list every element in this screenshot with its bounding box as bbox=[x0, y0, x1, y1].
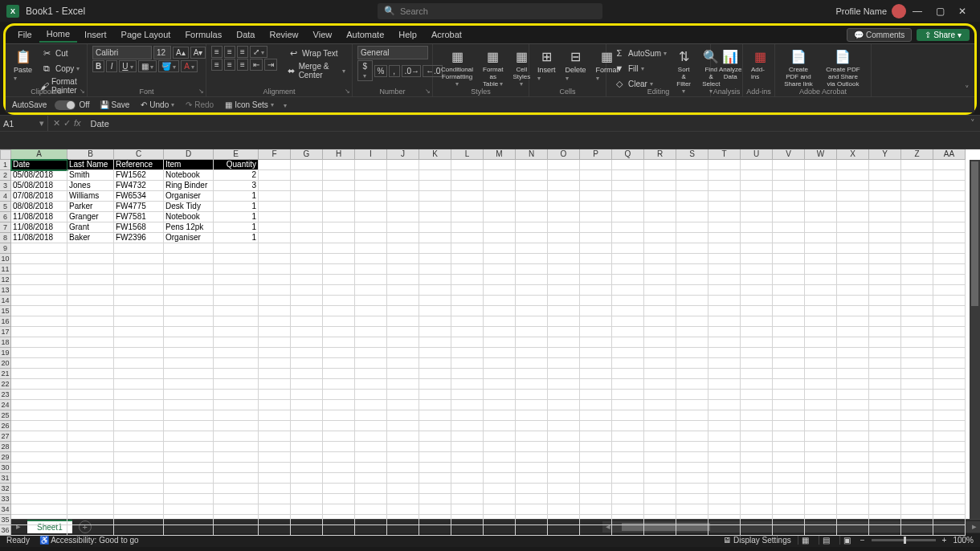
cell[interactable] bbox=[67, 275, 114, 285]
cell[interactable] bbox=[355, 431, 387, 442]
cell[interactable] bbox=[114, 525, 164, 536]
cell[interactable] bbox=[548, 243, 580, 254]
cell[interactable] bbox=[323, 442, 355, 452]
cell[interactable] bbox=[114, 327, 164, 337]
cell[interactable] bbox=[419, 316, 451, 327]
cell[interactable] bbox=[387, 494, 419, 504]
cell[interactable] bbox=[259, 191, 291, 202]
cell[interactable] bbox=[676, 421, 708, 431]
cell[interactable] bbox=[612, 275, 644, 285]
cell[interactable] bbox=[933, 191, 966, 202]
cell[interactable] bbox=[869, 390, 901, 400]
cell[interactable] bbox=[773, 254, 805, 264]
cell[interactable] bbox=[933, 275, 966, 285]
cell[interactable] bbox=[214, 494, 259, 504]
row-header[interactable]: 14 bbox=[0, 296, 11, 306]
cell[interactable] bbox=[451, 316, 484, 327]
row-header[interactable]: 28 bbox=[0, 442, 11, 452]
cell[interactable] bbox=[259, 515, 291, 525]
cell[interactable] bbox=[355, 379, 387, 390]
cell[interactable]: 05/08/2018 bbox=[11, 170, 67, 181]
cell[interactable] bbox=[612, 390, 644, 400]
cell[interactable] bbox=[355, 306, 387, 316]
cell[interactable] bbox=[164, 421, 214, 431]
cell[interactable] bbox=[676, 348, 708, 358]
cell[interactable] bbox=[580, 484, 612, 494]
cell[interactable] bbox=[323, 515, 355, 525]
cell[interactable] bbox=[708, 264, 741, 275]
menu-page-layout[interactable]: Page Layout bbox=[114, 27, 178, 42]
cell[interactable] bbox=[355, 473, 387, 484]
menu-review[interactable]: Review bbox=[262, 27, 305, 42]
row-header[interactable]: 10 bbox=[0, 254, 11, 264]
cell[interactable] bbox=[933, 421, 966, 431]
cell[interactable] bbox=[741, 358, 773, 369]
number-format-input[interactable] bbox=[357, 46, 428, 59]
cell[interactable] bbox=[214, 296, 259, 306]
cell[interactable] bbox=[741, 484, 773, 494]
cell[interactable] bbox=[164, 463, 214, 473]
cell[interactable] bbox=[612, 254, 644, 264]
border-button[interactable]: ▦ bbox=[138, 60, 157, 72]
cell[interactable] bbox=[484, 327, 516, 337]
cell[interactable] bbox=[837, 222, 869, 233]
cell[interactable] bbox=[805, 421, 837, 431]
cell[interactable] bbox=[164, 494, 214, 504]
cell[interactable] bbox=[114, 463, 164, 473]
cell[interactable] bbox=[323, 160, 355, 170]
cell[interactable] bbox=[291, 410, 323, 421]
cell[interactable] bbox=[323, 348, 355, 358]
cell[interactable] bbox=[516, 212, 548, 222]
cell[interactable] bbox=[291, 525, 323, 536]
cell[interactable] bbox=[580, 379, 612, 390]
cell[interactable] bbox=[451, 233, 484, 243]
cell[interactable] bbox=[805, 285, 837, 296]
cell[interactable] bbox=[291, 285, 323, 296]
column-header[interactable]: W bbox=[805, 149, 837, 160]
cell[interactable] bbox=[773, 222, 805, 233]
cell[interactable] bbox=[741, 222, 773, 233]
cell[interactable] bbox=[901, 285, 933, 296]
cell[interactable] bbox=[901, 504, 933, 515]
cell[interactable] bbox=[644, 181, 676, 191]
cell[interactable] bbox=[259, 306, 291, 316]
cell[interactable] bbox=[387, 233, 419, 243]
cell[interactable] bbox=[259, 243, 291, 254]
cell[interactable] bbox=[323, 233, 355, 243]
cell[interactable] bbox=[214, 337, 259, 348]
cell[interactable] bbox=[11, 390, 67, 400]
cell[interactable] bbox=[773, 296, 805, 306]
cell[interactable] bbox=[419, 369, 451, 379]
icon-sets-button[interactable]: ▦Icon Sets bbox=[223, 100, 276, 110]
cell[interactable] bbox=[837, 421, 869, 431]
cell[interactable] bbox=[869, 410, 901, 421]
cell[interactable] bbox=[355, 181, 387, 191]
cell[interactable] bbox=[933, 233, 966, 243]
percent-format-button[interactable]: % bbox=[374, 65, 387, 77]
cell[interactable] bbox=[676, 410, 708, 421]
cell[interactable] bbox=[805, 515, 837, 525]
cell[interactable] bbox=[387, 484, 419, 494]
cell[interactable] bbox=[548, 504, 580, 515]
cell[interactable] bbox=[580, 254, 612, 264]
cell[interactable] bbox=[323, 484, 355, 494]
cell[interactable] bbox=[516, 379, 548, 390]
row-header[interactable]: 1 bbox=[0, 160, 11, 170]
row-header[interactable]: 12 bbox=[0, 275, 11, 285]
cell[interactable] bbox=[676, 463, 708, 473]
cell[interactable] bbox=[869, 358, 901, 369]
cell[interactable] bbox=[901, 379, 933, 390]
cell[interactable]: 3 bbox=[214, 181, 259, 191]
cell[interactable] bbox=[355, 400, 387, 410]
cell[interactable] bbox=[933, 285, 966, 296]
cell[interactable] bbox=[114, 358, 164, 369]
cell[interactable] bbox=[708, 442, 741, 452]
cell[interactable] bbox=[451, 296, 484, 306]
cell[interactable] bbox=[67, 296, 114, 306]
cell[interactable]: Quantity bbox=[214, 160, 259, 170]
cell[interactable] bbox=[67, 254, 114, 264]
cell[interactable] bbox=[773, 431, 805, 442]
fx-icon[interactable]: fx bbox=[74, 118, 81, 129]
cell[interactable] bbox=[805, 442, 837, 452]
cell[interactable] bbox=[708, 243, 741, 254]
